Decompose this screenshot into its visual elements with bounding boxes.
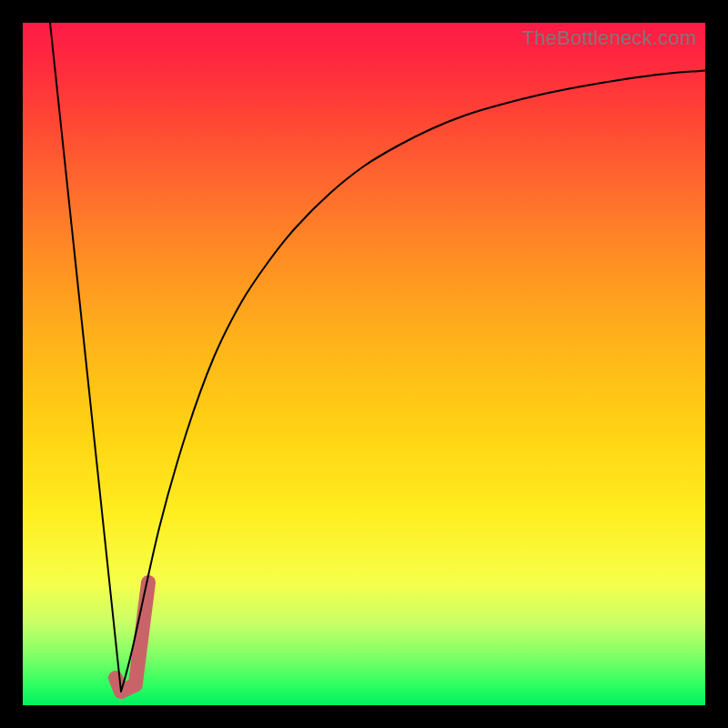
curve-layer [23,23,705,705]
plot-area: TheBottleneck.com [23,23,705,705]
chart-frame: TheBottleneck.com [0,0,728,728]
